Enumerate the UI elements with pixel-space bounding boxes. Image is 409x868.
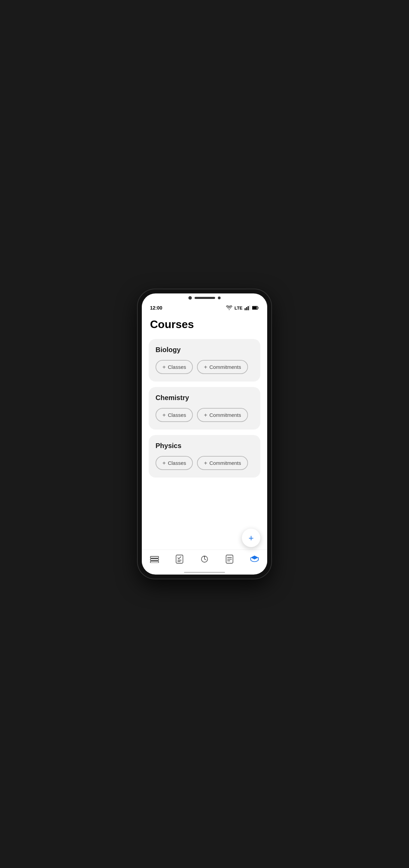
plus-icon: + [162, 364, 166, 370]
biology-commitments-label: Commitments [209, 364, 241, 370]
nav-item-schedule[interactable] [145, 553, 164, 565]
sensor [218, 297, 221, 299]
nav-item-activity[interactable] [195, 553, 214, 565]
activity-icon [200, 555, 209, 564]
nav-item-tasks[interactable] [170, 553, 189, 565]
status-time: 12:00 [150, 305, 162, 311]
main-content: Courses Biology + Classes + Commitments [142, 313, 267, 550]
svg-rect-9 [176, 555, 183, 563]
svg-rect-8 [150, 561, 159, 563]
svg-rect-5 [252, 306, 257, 309]
physics-commitments-label: Commitments [209, 460, 241, 466]
course-name-biology: Biology [156, 346, 253, 354]
svg-rect-6 [150, 556, 159, 558]
svg-rect-3 [249, 305, 250, 310]
status-icons: LTE [226, 305, 259, 311]
wifi-icon [226, 305, 232, 310]
tasks-icon [175, 555, 184, 564]
course-card-biology: Biology + Classes + Commitments [149, 339, 260, 382]
course-actions-chemistry: + Classes + Commitments [156, 408, 253, 422]
top-notch [142, 293, 267, 301]
lte-label: LTE [234, 305, 243, 311]
nav-item-notes[interactable] [220, 553, 239, 565]
svg-rect-1 [246, 307, 247, 310]
status-bar: 12:00 LTE [142, 301, 267, 313]
plus-icon: + [204, 460, 207, 466]
course-actions-biology: + Classes + Commitments [156, 360, 253, 374]
physics-classes-label: Classes [168, 460, 186, 466]
speaker [195, 297, 215, 299]
physics-commitments-button[interactable]: + Commitments [197, 456, 248, 470]
chemistry-classes-button[interactable]: + Classes [156, 408, 193, 422]
course-card-physics: Physics + Classes + Commitments [149, 435, 260, 478]
schedule-icon [150, 555, 159, 564]
signal-icon [245, 305, 250, 310]
notes-icon [225, 555, 234, 564]
course-name-physics: Physics [156, 442, 253, 450]
phone-screen: 12:00 LTE [142, 293, 267, 575]
svg-rect-2 [248, 306, 249, 310]
fab-container: + [242, 529, 260, 547]
phone-frame: 12:00 LTE [138, 289, 271, 579]
svg-rect-0 [245, 308, 246, 310]
svg-rect-7 [150, 559, 159, 560]
fab-icon: + [248, 533, 253, 543]
biology-classes-label: Classes [168, 364, 186, 370]
course-card-chemistry: Chemistry + Classes + Commitments [149, 387, 260, 430]
chemistry-commitments-label: Commitments [209, 412, 241, 418]
battery-icon [252, 306, 259, 310]
page-title: Courses [150, 318, 260, 331]
front-camera [188, 296, 192, 300]
home-indicator [184, 572, 225, 573]
physics-classes-button[interactable]: + Classes [156, 456, 193, 470]
nav-item-courses[interactable] [245, 553, 264, 565]
courses-icon [250, 555, 259, 564]
chemistry-classes-label: Classes [168, 412, 186, 418]
chemistry-commitments-button[interactable]: + Commitments [197, 408, 248, 422]
bottom-nav [142, 550, 267, 572]
plus-icon: + [162, 412, 166, 418]
course-actions-physics: + Classes + Commitments [156, 456, 253, 470]
biology-commitments-button[interactable]: + Commitments [197, 360, 248, 374]
course-name-chemistry: Chemistry [156, 394, 253, 402]
biology-classes-button[interactable]: + Classes [156, 360, 193, 374]
svg-point-13 [204, 556, 205, 557]
plus-icon: + [204, 364, 207, 370]
plus-icon: + [162, 460, 166, 466]
plus-icon: + [204, 412, 207, 418]
add-fab-button[interactable]: + [242, 529, 260, 547]
